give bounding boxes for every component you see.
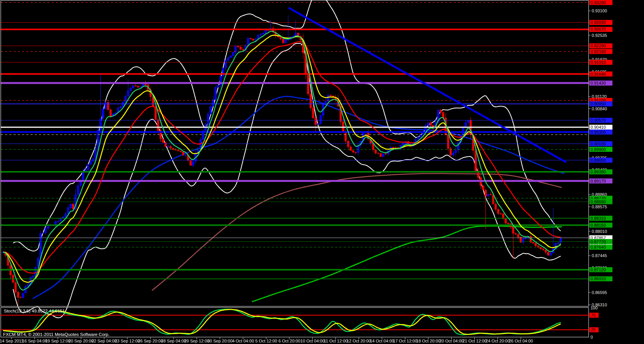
time-tick-label: 16 Sep 04:00 bbox=[22, 339, 47, 343]
stoch-indicator-label: Stoch(13,3,5) 49.8522 44.0151 bbox=[4, 309, 65, 313]
candle-body bbox=[262, 33, 264, 34]
candle-body bbox=[17, 292, 19, 297]
candle-body bbox=[260, 34, 262, 35]
candle-body bbox=[485, 190, 487, 196]
candle-body bbox=[90, 161, 92, 164]
candle-body bbox=[217, 85, 219, 88]
candle-body bbox=[417, 137, 419, 139]
candle-body bbox=[547, 252, 549, 255]
time-tick-label: 26 Oct 04:00 bbox=[509, 339, 533, 343]
candle-body bbox=[350, 147, 352, 151]
candle-body bbox=[215, 88, 217, 100]
price-tick-label: 0.87445 bbox=[592, 253, 607, 258]
candle-body bbox=[462, 128, 464, 135]
price-level-badge-label: 0.92830 bbox=[591, 20, 606, 25]
price-level-badge-label: 0.88150 bbox=[591, 223, 606, 228]
candle-body bbox=[347, 141, 349, 147]
candle-body bbox=[392, 147, 394, 148]
candle-body bbox=[550, 253, 552, 255]
candle-body bbox=[45, 228, 47, 233]
candle-body bbox=[227, 58, 229, 60]
time-tick-label: 26 Sep 20:00 bbox=[138, 339, 163, 343]
candle-body bbox=[542, 249, 544, 250]
candle-body bbox=[182, 152, 184, 155]
candle-body bbox=[137, 86, 139, 87]
candle-body bbox=[82, 171, 84, 181]
candle-body bbox=[237, 46, 239, 47]
candle-body bbox=[282, 39, 284, 43]
candle-body bbox=[495, 204, 497, 209]
time-tick-label: 29 Sep 12:00 bbox=[184, 339, 209, 343]
time-tick-label: 18 Oct 20:00 bbox=[416, 339, 440, 343]
candle-body bbox=[320, 115, 322, 124]
price-level-badge-label: 0.89650 bbox=[591, 158, 606, 163]
time-tick-label: 19 Sep 12:00 bbox=[45, 339, 70, 343]
time-tick-label: 6 Oct 20:00 bbox=[279, 339, 300, 343]
candle-body bbox=[255, 39, 257, 40]
candle-body bbox=[107, 102, 109, 110]
candle-body bbox=[172, 148, 174, 150]
candle-body bbox=[427, 123, 429, 126]
candle-body bbox=[490, 194, 492, 195]
candle-body bbox=[230, 56, 232, 58]
candle-body bbox=[500, 213, 502, 214]
candle-body bbox=[185, 155, 187, 155]
candle-body bbox=[102, 109, 104, 118]
price-chart-canvas[interactable]: 0.931000.925350.919700.916850.911200.908… bbox=[0, 0, 644, 344]
price-level-badge-label: 0.89380 bbox=[591, 170, 606, 174]
candle-body bbox=[180, 151, 182, 152]
time-tick-label: 28 Sep 04:00 bbox=[161, 339, 186, 343]
candle-body bbox=[242, 49, 244, 50]
candle-body bbox=[87, 165, 89, 170]
candle-body bbox=[57, 221, 59, 221]
candle-body bbox=[42, 233, 44, 233]
candle-body bbox=[240, 47, 242, 50]
candle-body bbox=[132, 86, 134, 88]
candle-body bbox=[125, 96, 127, 102]
candle-body bbox=[312, 108, 314, 118]
candle-body bbox=[532, 242, 534, 243]
price-level-badge-label: 0.89170 bbox=[591, 179, 606, 183]
candle-body bbox=[515, 234, 517, 234]
candle-body bbox=[522, 239, 524, 243]
candle-body bbox=[440, 110, 442, 113]
time-tick-label: 20 Oct 04:00 bbox=[439, 339, 464, 343]
candle-body bbox=[517, 234, 519, 237]
candle-body bbox=[120, 107, 122, 108]
candle-body bbox=[222, 68, 224, 76]
candle-body bbox=[330, 95, 332, 96]
candle-body bbox=[20, 297, 22, 298]
candle-body bbox=[207, 114, 209, 125]
candle-body bbox=[385, 154, 387, 154]
candle-body bbox=[280, 37, 282, 39]
candle-body bbox=[177, 150, 179, 151]
stoch-level-badge-label: 75 bbox=[591, 313, 596, 317]
price-level-badge-label: 0.91910 bbox=[591, 60, 606, 65]
candle-body bbox=[377, 153, 379, 153]
time-tick-label: 4 Oct 04:00 bbox=[232, 339, 254, 343]
candle-body bbox=[382, 154, 384, 157]
price-level-badge-label: 0.90950 bbox=[591, 101, 606, 106]
price-level-badge-label: 0.89900 bbox=[591, 147, 606, 152]
candle-body bbox=[157, 120, 159, 131]
candle-body bbox=[487, 194, 489, 196]
candle-body bbox=[47, 226, 49, 228]
candle-body bbox=[310, 94, 312, 108]
candle-body bbox=[105, 102, 107, 109]
candle-body bbox=[72, 204, 74, 209]
price-level-badge-label: 0.87770 bbox=[591, 239, 606, 244]
candle-body bbox=[540, 248, 542, 249]
candle-body bbox=[130, 88, 132, 91]
candle-body bbox=[225, 60, 227, 68]
candle-body bbox=[70, 204, 72, 208]
candle-body bbox=[557, 243, 559, 243]
copyright-label: FXCM MT4, © 2001-2011 MetaQuotes Softwar… bbox=[3, 332, 110, 337]
candle-body bbox=[507, 223, 509, 224]
candle-body bbox=[135, 86, 137, 86]
candle-body bbox=[77, 186, 79, 194]
time-tick-label: 11 Oct 12:00 bbox=[324, 339, 347, 343]
price-level-badge-label: 0.92290 bbox=[591, 43, 606, 48]
price-tick-label: 0.88575 bbox=[592, 204, 607, 209]
time-tick-label: 22 Sep 04:00 bbox=[92, 339, 117, 343]
time-axis[interactable]: 14 Sep 201116 Sep 04:0019 Sep 12:0020 Se… bbox=[0, 337, 533, 343]
